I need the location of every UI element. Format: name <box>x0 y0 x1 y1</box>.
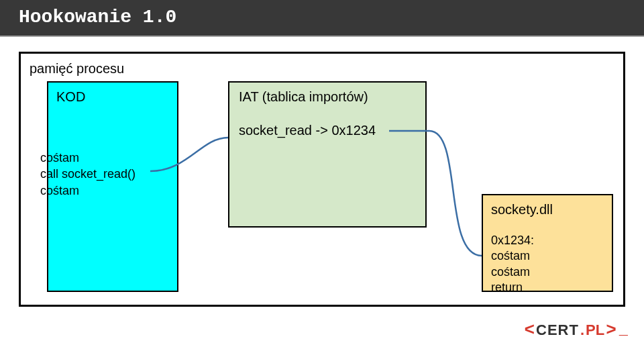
logo-pl-text: PL <box>586 321 604 339</box>
dll-box-content: 0x1234: cośtam cośtam return <box>491 233 534 296</box>
process-memory-label: pamięć procesu <box>30 61 124 77</box>
diagram-canvas: pamięć procesu KOD cośtam call socket_re… <box>0 37 644 346</box>
logo-dot: . <box>580 321 584 339</box>
logo-right-angle-icon: > <box>606 320 616 340</box>
cert-pl-logo: < CERT . PL > _ <box>524 320 628 340</box>
code-box-content: cośtam call socket_read() cośtam <box>40 150 136 199</box>
dll-line-1: cośtam <box>491 248 534 264</box>
slide-title: Hookowanie 1.0 <box>0 0 644 37</box>
code-line-3: cośtam <box>40 183 136 199</box>
code-line-1: cośtam <box>40 150 136 166</box>
logo-underscore-icon: _ <box>619 322 628 339</box>
iat-box-label: IAT (tablica importów) <box>239 89 368 105</box>
dll-box-label: sockety.dll <box>491 202 553 217</box>
code-box-label: KOD <box>56 89 85 105</box>
logo-left-angle-icon: < <box>524 320 535 340</box>
dll-line-3: return <box>491 280 534 295</box>
dll-line-2: cośtam <box>491 264 534 280</box>
logo-cert-text: CERT <box>536 321 579 339</box>
code-line-2: call socket_read() <box>40 166 136 182</box>
footer: < CERT . PL > _ <box>524 320 628 340</box>
iat-entry: socket_read -> 0x1234 <box>239 123 376 138</box>
dll-addr: 0x1234: <box>491 233 534 248</box>
